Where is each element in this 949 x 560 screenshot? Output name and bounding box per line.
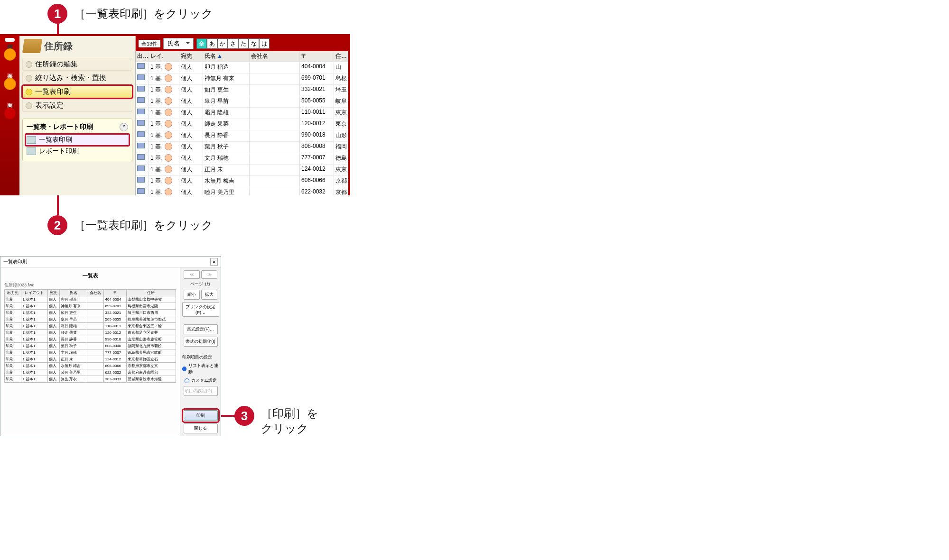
- menu-edit[interactable]: 住所録の編集: [22, 58, 132, 71]
- mini-cell: 如月 更生: [60, 310, 87, 316]
- mini-cell: 埼玉県川口市西川: [126, 310, 176, 316]
- format-settings-button[interactable]: 書式設定(F)…: [184, 324, 218, 334]
- cell-addr: 岐阜: [334, 96, 348, 108]
- radio-linked[interactable]: リスト表示と連動: [182, 363, 219, 375]
- print-button[interactable]: 印刷: [184, 410, 218, 421]
- cell-company: [250, 62, 300, 73]
- side-icon-back[interactable]: [4, 78, 16, 90]
- callout-2: 2 ［一覧表印刷］をクリック: [47, 215, 213, 235]
- table-row[interactable]: 1 基…個人長月 静香990-0018山形: [136, 130, 348, 142]
- printer-icon: [137, 120, 145, 126]
- mini-col-header: 住所: [126, 290, 176, 296]
- mini-cell: 777-0007: [104, 349, 126, 356]
- cell-name: 正月 未: [203, 165, 250, 176]
- mini-cell: 404-0004: [104, 296, 126, 303]
- zoom-out-button[interactable]: 縮小: [184, 290, 200, 300]
- side-icon-extra[interactable]: [4, 107, 16, 119]
- close-icon[interactable]: ✕: [210, 258, 218, 266]
- table-row[interactable]: 1 基…個人神無月 有来699-0701島根: [136, 73, 348, 85]
- mini-cell: 1 基本1: [21, 343, 47, 349]
- sort-field-dropdown[interactable]: 氏名: [163, 38, 194, 49]
- table-row[interactable]: 1 基…個人如月 更生332-0021埼玉: [136, 85, 348, 96]
- mini-table-row: 印刷1 基本1個人文月 瑞穂777-0007徳島県美馬市穴吹町: [5, 349, 176, 356]
- index-tab-ka[interactable]: か: [217, 38, 228, 49]
- col-dest[interactable]: 宛先: [179, 51, 203, 62]
- radio-custom[interactable]: カスタム設定: [185, 377, 217, 384]
- mini-table-row: 印刷1 基本1個人皐月 早苗505-0055岐阜県美濃加茂市加茂: [5, 316, 176, 323]
- table-row[interactable]: 1 基…個人霜月 隆雄110-0011東京: [136, 108, 348, 119]
- mini-cell: 島根県出雲市湖陵: [126, 303, 176, 310]
- table-row[interactable]: 1 基…個人皐月 早苗505-0055岐阜: [136, 96, 348, 108]
- mini-cell: 303-0033: [104, 376, 126, 383]
- menu-search[interactable]: 絞り込み・検索・置換: [22, 72, 132, 84]
- col-out[interactable]: 出…: [136, 51, 149, 62]
- side-icon-front[interactable]: [4, 48, 16, 61]
- menu-search-label: 絞り込み・検索・置換: [35, 73, 106, 83]
- format-reset-button[interactable]: 書式の初期化(I): [184, 337, 218, 347]
- close-button[interactable]: 閉じる: [184, 423, 218, 433]
- mini-cell: 個人: [47, 323, 60, 330]
- mini-cell: 弥生 芽衣: [60, 376, 87, 383]
- mini-cell: 東京都足立区青井: [126, 330, 176, 336]
- mini-cell: 福岡県北九州市若松: [126, 343, 176, 349]
- table-row[interactable]: 1 基…個人師走 果菜120-0012東京: [136, 119, 348, 130]
- table-row[interactable]: 1 基…個人卯月 稲造404-0004山: [136, 62, 348, 73]
- collapse-icon[interactable]: ⌃: [120, 123, 128, 131]
- col-layout[interactable]: レイ…: [149, 51, 163, 62]
- cell-name: 文月 瑞穂: [203, 153, 250, 165]
- cell-name: 水無月 梅吉: [203, 176, 250, 187]
- sub-panel-header[interactable]: 一覧表・レポート印刷 ⌃: [26, 122, 129, 134]
- table-row[interactable]: 1 基…個人睦月 美乃里622-0032京都: [136, 187, 348, 195]
- printer-settings-button[interactable]: プリンタの設定(P)…: [182, 302, 219, 317]
- table-row[interactable]: 1 基…個人水無月 梅吉606-0066京都: [136, 176, 348, 187]
- index-tab-all[interactable]: 全: [196, 38, 207, 49]
- side-tab-back[interactable]: 裏面: [5, 97, 15, 101]
- cell-dest: 個人: [179, 187, 203, 195]
- cell-zip: 606-0066: [300, 176, 334, 187]
- next-page-button[interactable]: ≫: [201, 270, 217, 279]
- table-row[interactable]: 1 基…個人文月 瑞穂777-0007徳島: [136, 153, 348, 165]
- table-row[interactable]: 1 基…個人正月 未124-0012東京: [136, 165, 348, 176]
- sub-link-report-print[interactable]: レポート印刷: [26, 146, 129, 157]
- col-name[interactable]: 氏名▲: [203, 51, 250, 62]
- mini-cell: 皐月 早苗: [60, 316, 87, 323]
- grid-body[interactable]: 1 基…個人卯月 稲造404-0004山1 基…個人神無月 有来699-0701…: [136, 62, 348, 195]
- record-count: 全13件: [139, 40, 160, 47]
- side-tab-addressbook[interactable]: 住所録: [5, 38, 15, 42]
- col-addr[interactable]: 住…: [334, 51, 348, 62]
- mini-cell: 長月 静香: [60, 336, 87, 343]
- cell-name: 卯月 稲造: [203, 62, 250, 73]
- menu-display[interactable]: 表示設定: [22, 99, 132, 112]
- printer-icon: [137, 74, 145, 80]
- mini-cell: 個人: [47, 369, 60, 376]
- table-row[interactable]: 1 基…個人葉月 秋子808-0008福岡: [136, 142, 348, 153]
- bullet-icon: [26, 61, 32, 68]
- col-zip[interactable]: 〒: [300, 51, 334, 62]
- avatar-icon: [165, 131, 172, 139]
- cell-addr: 福岡: [334, 142, 348, 153]
- callout-badge-3: 3: [234, 406, 254, 426]
- callout-3-text-1: ［印刷］を: [261, 406, 318, 421]
- col-company[interactable]: 会社名: [250, 51, 300, 62]
- side-tab-front[interactable]: 表面: [5, 67, 15, 71]
- menu-edit-label: 住所録の編集: [35, 60, 78, 69]
- index-tab-ta[interactable]: た: [238, 38, 249, 49]
- cell-company: [250, 142, 300, 153]
- mini-cell: 1 基本1: [21, 310, 47, 316]
- mini-cell: 東京都台東区三ノ輪: [126, 323, 176, 330]
- col-avatar[interactable]: [163, 51, 179, 62]
- index-tab-sa[interactable]: さ: [228, 38, 238, 49]
- printer-icon: [137, 109, 145, 114]
- index-tab-na[interactable]: な: [249, 38, 259, 49]
- prev-page-button[interactable]: ≪: [184, 270, 200, 279]
- index-tab-a[interactable]: あ: [207, 38, 217, 49]
- index-tab-ha[interactable]: は: [259, 38, 270, 49]
- cell-addr: 徳島: [334, 153, 348, 165]
- cell-name: 睦月 美乃里: [203, 187, 250, 195]
- zoom-in-button[interactable]: 拡大: [201, 290, 217, 300]
- cell-addr: 山形: [334, 130, 348, 142]
- cell-dest: 個人: [179, 153, 203, 165]
- printer-icon: [137, 154, 145, 160]
- menu-list-print[interactable]: 一覧表印刷: [22, 85, 132, 98]
- sub-link-list-print[interactable]: 一覧表印刷: [26, 134, 129, 146]
